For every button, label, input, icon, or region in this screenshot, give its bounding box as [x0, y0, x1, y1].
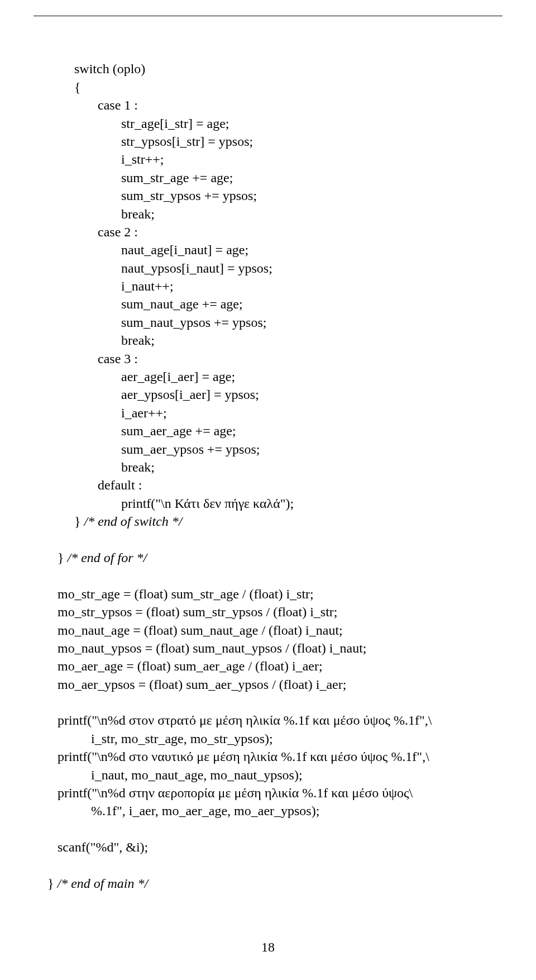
page: switch (oplo) { case 1 : str_age[i_str] …: [0, 0, 536, 980]
code-line: sum_str_ypsos += ypsos;: [47, 188, 257, 203]
code-line: }: [47, 876, 58, 891]
code-line: mo_aer_age = (float) sum_aer_age / (floa…: [47, 659, 323, 673]
code-line: printf("\n%d στο ναυτικό με μέση ηλικία …: [47, 749, 429, 764]
code-line: naut_age[i_naut] = age;: [47, 242, 248, 257]
page-number: 18: [0, 940, 536, 955]
code-line: str_age[i_str] = age;: [47, 116, 229, 131]
code-line: i_naut, mo_naut_age, mo_naut_ypsos);: [47, 768, 303, 782]
code-comment: /* end of for */: [68, 550, 147, 565]
code-line: printf("\n Κάτι δεν πήγε καλά");: [47, 496, 294, 511]
code-line: str_ypsos[i_str] = ypsos;: [47, 134, 253, 149]
code-block: switch (oplo) { case 1 : str_age[i_str] …: [47, 42, 502, 911]
code-line: {: [47, 80, 81, 94]
code-line: mo_aer_ypsos = (float) sum_aer_ypsos / (…: [47, 677, 346, 692]
code-line: scanf("%d", &i);: [47, 840, 148, 854]
code-line: aer_ypsos[i_aer] = ypsos;: [47, 387, 259, 402]
code-line: %.1f", i_aer, mo_aer_age, mo_aer_ypsos);: [47, 803, 319, 818]
code-line: case 1 :: [47, 98, 138, 112]
code-comment: /* end of main */: [58, 876, 149, 891]
code-line: break;: [47, 207, 155, 221]
code-line: }: [47, 514, 84, 529]
code-line: i_naut++;: [47, 279, 174, 293]
code-line: mo_str_age = (float) sum_str_age / (floa…: [47, 587, 314, 601]
code-line: sum_naut_ypsos += ypsos;: [47, 315, 266, 330]
code-line: aer_age[i_aer] = age;: [47, 369, 235, 384]
code-line: printf("\n%d στην αεροπορία με μέση ηλικ…: [47, 786, 413, 800]
top-rule: [34, 16, 502, 16]
code-line: }: [47, 550, 68, 565]
code-line: switch (oplo): [47, 61, 145, 76]
code-line: sum_str_age += age;: [47, 170, 233, 185]
code-line: mo_naut_ypsos = (float) sum_naut_ypsos /…: [47, 641, 366, 655]
code-line: case 2 :: [47, 225, 138, 239]
code-line: sum_naut_age += age;: [47, 297, 243, 311]
code-line: mo_naut_age = (float) sum_naut_age / (fl…: [47, 623, 343, 638]
code-comment: /* end of switch */: [84, 514, 183, 529]
code-line: i_str++;: [47, 152, 164, 166]
code-line: printf("\n%d στον στρατό με μέση ηλικία …: [47, 713, 432, 727]
code-line: break;: [47, 460, 155, 474]
code-line: i_aer++;: [47, 406, 167, 420]
code-line: case 3 :: [47, 351, 138, 366]
code-line: mo_str_ypsos = (float) sum_str_ypsos / (…: [47, 605, 338, 619]
code-line: default :: [47, 478, 142, 492]
code-line: sum_aer_ypsos += ypsos;: [47, 442, 260, 456]
code-line: naut_ypsos[i_naut] = ypsos;: [47, 261, 272, 275]
code-line: sum_aer_age += age;: [47, 424, 236, 438]
code-line: i_str, mo_str_age, mo_str_ypsos);: [47, 731, 273, 746]
code-line: break;: [47, 333, 155, 348]
